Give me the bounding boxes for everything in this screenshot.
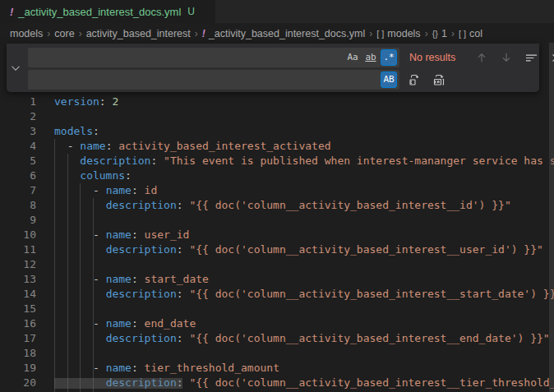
line-text: models:: [54, 124, 99, 139]
line-number[interactable]: 18: [0, 346, 36, 361]
code-line[interactable]: 3models:: [0, 124, 554, 139]
breadcrumb-item[interactable]: {}1: [432, 28, 447, 39]
regex-toggle[interactable]: .*: [381, 49, 397, 66]
code-line[interactable]: 12: [0, 257, 554, 272]
code-line[interactable]: 10 - name: user_id: [0, 228, 554, 242]
indent-guide: [80, 183, 81, 392]
line-number[interactable]: 16: [0, 316, 36, 331]
code-line[interactable]: 13 - name: start_date: [0, 272, 554, 287]
breadcrumb-item[interactable]: models: [10, 28, 43, 39]
line-number[interactable]: 1: [0, 95, 36, 109]
find-replace-widget: \s{6}- name: (.*)\n description: "" Aa a…: [7, 44, 539, 92]
code-editor[interactable]: 1version: 223models:4 - name: activity_b…: [0, 92, 554, 392]
line-number[interactable]: 10: [0, 228, 36, 242]
find-in-selection-icon[interactable]: [523, 49, 539, 66]
breadcrumb-label: core: [54, 28, 74, 39]
code-line[interactable]: 14 description: "{{ doc('column__activit…: [0, 287, 554, 302]
line-text: description: "{{ doc('column__activity_b…: [54, 242, 543, 257]
line-number[interactable]: 14: [0, 287, 36, 302]
line-text: - name: end_date: [54, 316, 196, 331]
code-line[interactable]: 8 description: "{{ doc('column__activity…: [0, 198, 554, 213]
previous-match-icon[interactable]: [473, 49, 490, 66]
code-line[interactable]: 17 description: "{{ doc('column__activit…: [0, 331, 554, 346]
breadcrumb: models›core›activity_based_interest›!_ac…: [0, 23, 554, 44]
next-match-icon[interactable]: [498, 49, 515, 66]
line-number[interactable]: 20: [0, 376, 36, 390]
code-line[interactable]: 6 columns:: [0, 168, 554, 183]
breadcrumb-separator: ›: [47, 28, 50, 39]
line-text: - name: activity_based_interest_activate…: [54, 139, 331, 154]
code-line[interactable]: 11 description: "{{ doc('column__activit…: [0, 242, 554, 257]
horizontal-scrollbar[interactable]: [54, 378, 182, 389]
breadcrumb-label: activity_based_interest: [86, 28, 191, 39]
symbol-icon: [ ]: [376, 29, 384, 39]
line-number[interactable]: 12: [0, 257, 36, 272]
tab-filename: _activity_based_interest_docs.yml: [18, 6, 181, 18]
line-text: columns:: [54, 168, 132, 183]
code-line[interactable]: 19 - name: tier_threshold_amount: [0, 361, 554, 376]
line-number[interactable]: 9: [0, 213, 36, 228]
indent-guide: [67, 154, 68, 392]
line-text: - name: tier_threshold_amount: [54, 361, 279, 376]
breadcrumb-item[interactable]: !_activity_based_interest_docs.yml: [202, 28, 365, 39]
line-number[interactable]: 7: [0, 183, 36, 198]
whole-word-toggle[interactable]: ab: [362, 49, 379, 66]
code-line[interactable]: 15: [0, 302, 554, 316]
code-line[interactable]: 5 description: "This event is published …: [0, 154, 554, 168]
indent-guide: [93, 198, 94, 392]
line-number[interactable]: 6: [0, 168, 36, 183]
line-text: description: "{{ doc('column__activity_b…: [54, 198, 511, 213]
symbol-icon: [ ]: [459, 29, 466, 39]
line-number[interactable]: 2: [0, 109, 36, 124]
replace-all-icon[interactable]: [431, 71, 447, 88]
code-line[interactable]: 9: [0, 213, 554, 228]
file-warning-icon: !: [202, 28, 205, 39]
breadcrumb-separator: ›: [79, 28, 82, 39]
indent-guide: [54, 139, 55, 392]
breadcrumb-label: models: [10, 28, 43, 39]
line-text: - name: id: [54, 183, 157, 198]
code-line[interactable]: 16 - name: end_date: [0, 316, 554, 331]
breadcrumb-separator: ›: [195, 28, 198, 39]
toggle-replace-chevron-icon[interactable]: [7, 44, 25, 92]
line-number[interactable]: 19: [0, 361, 36, 376]
line-text: description: "{{ doc('column__activity_b…: [54, 331, 550, 346]
line-number[interactable]: 11: [0, 242, 36, 257]
tab-bar: ! _activity_based_interest_docs.yml U: [0, 0, 554, 23]
line-number[interactable]: 13: [0, 272, 36, 287]
match-case-toggle[interactable]: Aa: [344, 49, 361, 66]
find-input[interactable]: \s{6}- name: (.*)\n description: "" Aa a…: [28, 48, 399, 67]
line-text: description: "{{ doc('column__activity_b…: [54, 287, 554, 302]
breadcrumb-item[interactable]: core: [54, 28, 74, 39]
line-text: - name: start_date: [54, 272, 209, 287]
code-line[interactable]: 1version: 2: [0, 95, 554, 109]
breadcrumb-item[interactable]: [ ]models: [376, 28, 420, 39]
line-number[interactable]: 17: [0, 331, 36, 346]
breadcrumb-separator: ›: [451, 28, 455, 39]
breadcrumb-label: models: [387, 28, 420, 39]
breadcrumb-separator: ›: [369, 28, 372, 39]
line-number[interactable]: 3: [0, 124, 36, 139]
symbol-icon: {}: [432, 29, 438, 39]
vertical-scrollbar[interactable]: [549, 43, 554, 392]
tab-active-file[interactable]: ! _activity_based_interest_docs.yml U: [0, 0, 215, 23]
git-status-badge: U: [187, 6, 195, 17]
line-number[interactable]: 4: [0, 139, 36, 154]
code-line[interactable]: 4 - name: activity_based_interest_activa…: [0, 139, 554, 154]
code-line[interactable]: 2: [0, 109, 554, 124]
file-warning-icon: !: [10, 6, 13, 18]
breadcrumb-label: col: [469, 28, 482, 39]
preserve-case-toggle[interactable]: AB: [381, 71, 397, 88]
line-number[interactable]: 8: [0, 198, 36, 213]
line-number[interactable]: 15: [0, 302, 36, 316]
replace-input[interactable]: - name: $1\n description: "{{ doc('colum…: [28, 70, 399, 90]
breadcrumb-item[interactable]: activity_based_interest: [86, 28, 191, 39]
code-line[interactable]: 7 - name: id: [0, 183, 554, 198]
line-number[interactable]: 5: [0, 154, 36, 168]
replace-one-icon[interactable]: [406, 71, 422, 88]
close-icon[interactable]: [547, 49, 554, 66]
line-text: version: 2: [54, 95, 118, 109]
breadcrumb-label: _activity_based_interest_docs.yml: [209, 28, 365, 39]
code-line[interactable]: 18: [0, 346, 554, 361]
breadcrumb-item[interactable]: [ ]col: [459, 28, 482, 39]
